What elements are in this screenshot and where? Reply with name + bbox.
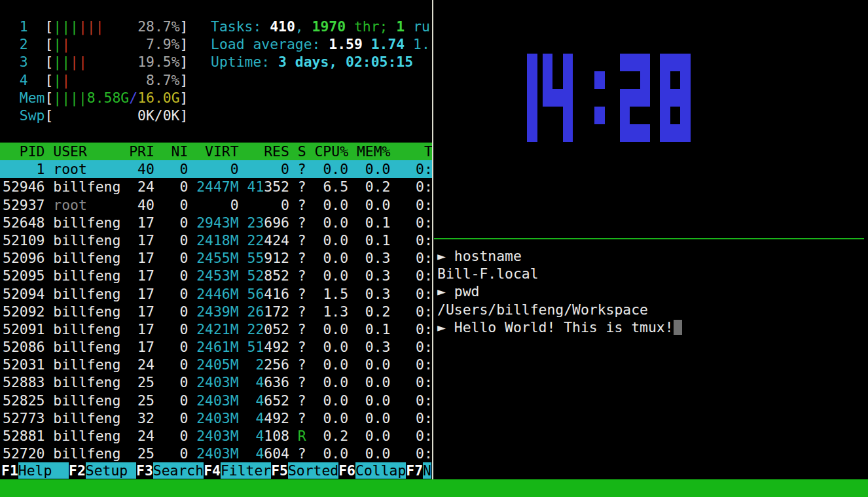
cell-cpu-mem-time: 0.0 0.1 0: [306, 232, 432, 248]
cell-cpu-mem-time: 0.2 0.0 0: [306, 428, 432, 444]
output-text: Bill-F.local [437, 266, 539, 282]
clock-cell [630, 124, 640, 142]
process-table-header[interactable]: PID USER PRI NI VIRT RES S CPU% MEM% T [0, 143, 432, 160]
process-row-52937[interactable]: 52937 root 40 0 0 0 ? 0.0 0.0 0: [0, 196, 432, 214]
cell-virt: 2943M [196, 214, 238, 231]
cell-pid: 52720 [3, 445, 53, 462]
cell-pid: 52773 [3, 410, 53, 426]
cell-virt: 2439M [196, 303, 238, 320]
cell-pid: 1 [3, 161, 53, 177]
process-row-52096[interactable]: 52096 billfeng 17 0 2455M 55912 ? 0.0 0.… [0, 249, 432, 267]
meter-bar: | [62, 72, 70, 88]
fkey-f4[interactable]: F4Filter [204, 462, 271, 479]
cell-virt: 2403M [196, 410, 238, 426]
cell-virt: 2446M [196, 286, 238, 302]
process-row-52881[interactable]: 52881 billfeng 24 0 2403M 4108 R 0.2 0.0… [0, 427, 432, 445]
meter-2: 2 [|| 7.9%] [3, 35, 188, 53]
cell-res-hi: 4 [255, 428, 264, 444]
cell-state: R [298, 428, 306, 444]
cell-res: 492 [264, 339, 298, 355]
process-row-52095[interactable]: 52095 billfeng 17 0 2453M 52852 ? 0.0 0.… [0, 267, 432, 284]
cell-state: ? [298, 339, 306, 355]
fkey-f2[interactable]: F2Setup [69, 462, 136, 479]
cell-state: ? [298, 267, 306, 284]
process-row-1[interactable]: 1 root 40 0 0 0 ? 0.0 0.0 0: [0, 160, 432, 178]
fkey-number: F6 [338, 462, 355, 479]
clock-cell [640, 89, 651, 107]
cell-pid: 52648 [3, 214, 53, 231]
cell-pri-ni: 17 0 [129, 339, 196, 355]
cell-pid: 52086 [3, 339, 53, 355]
shell-output-line: /Users/billfeng/Workspace [437, 301, 682, 318]
meter-bar: | [53, 18, 62, 35]
process-row-52086[interactable]: 52086 billfeng 17 0 2461M 51492 ? 0.0 0.… [0, 338, 432, 356]
shell-output: ► hostnameBill-F.local► pwd/Users/billfe… [437, 247, 682, 336]
cell-res-hi: 4 [255, 392, 264, 409]
meter-label: 4 [3, 72, 45, 88]
process-row-52092[interactable]: 52092 billfeng 17 0 2439M 26172 ? 1.3 0.… [0, 303, 432, 320]
clock-cell [594, 107, 605, 124]
cell-pid: 52825 [3, 392, 53, 409]
process-row-52109[interactable]: 52109 billfeng 17 0 2418M 22424 ? 0.0 0.… [0, 231, 432, 249]
process-row-52883[interactable]: 52883 billfeng 25 0 2403M 4636 ? 0.0 0.0… [0, 373, 432, 391]
clock-cell [563, 124, 573, 142]
cell-virt: 2418M [196, 232, 238, 248]
fkey-f7[interactable]: F7N [406, 462, 431, 479]
cell-virt: 2461M [196, 339, 238, 355]
cell-res-hi: 4 [255, 374, 264, 390]
prompt-icon: ► [437, 283, 454, 300]
cell-res: 0 [281, 161, 298, 177]
process-row-52720[interactable]: 52720 billfeng 25 0 2403M 4604 ? 0.0 0.0… [0, 445, 432, 462]
cell-cpu-mem-time: 0.0 0.0 0: [306, 161, 432, 177]
fkey-f6[interactable]: F6Collap [338, 462, 406, 479]
fkey-f5[interactable]: F5Sorted [271, 462, 338, 479]
meter-3: 3 [|||| 19.5%] [3, 53, 188, 71]
cell-virt: 2403M [196, 428, 238, 444]
fkey-f3[interactable]: F3Search [136, 462, 204, 479]
process-row-52825[interactable]: 52825 billfeng 25 0 2403M 4652 ? 0.0 0.0… [0, 392, 432, 409]
clock-cell [660, 107, 670, 124]
process-row-52091[interactable]: 52091 billfeng 17 0 2421M 22052 ? 0.0 0.… [0, 320, 432, 338]
cell-user: billfeng [53, 356, 129, 373]
fkey-number: F7 [406, 462, 423, 479]
process-row-52946[interactable]: 52946 billfeng 24 0 2447M 41352 ? 6.5 0.… [0, 178, 432, 196]
cell-pri-ni: 25 0 [129, 374, 196, 390]
cell-pri-ni: 17 0 [129, 321, 196, 337]
process-row-52773[interactable]: 52773 billfeng 32 0 2403M 4492 ? 0.0 0.0… [0, 409, 432, 427]
process-row-52648[interactable]: 52648 billfeng 17 0 2943M 23696 ? 0.0 0.… [0, 214, 432, 231]
cell-user: billfeng [53, 445, 129, 462]
meter-bar: | [62, 18, 70, 35]
cell-res: 912 [264, 250, 298, 266]
meter-bar: | [96, 18, 104, 35]
clock-cell [527, 54, 537, 71]
meter-bar: | [53, 72, 62, 88]
meter-1: 1 [|||||| 28.7%] [3, 18, 188, 35]
cell-state: ? [298, 445, 306, 462]
clock-cell [680, 124, 691, 142]
clock-pane [434, 0, 868, 238]
meter-bar: | [62, 54, 70, 70]
meter-bar: | [70, 90, 79, 106]
process-row-52031[interactable]: 52031 billfeng 24 0 2405M 2256 ? 0.0 0.0… [0, 356, 432, 373]
cell-pri-ni: 25 0 [129, 392, 196, 409]
fkey-f1[interactable]: F1Help [1, 462, 69, 479]
pane-border-vertical[interactable] [432, 0, 433, 479]
cell-res: 652 [264, 392, 298, 409]
cell-res: 852 [264, 267, 298, 284]
cell-user: billfeng [53, 392, 129, 409]
clock-cell [680, 89, 691, 107]
process-row-52094[interactable]: 52094 billfeng 17 0 2446M 56416 ? 1.5 0.… [0, 285, 432, 303]
cell-pid: 52937 [3, 197, 53, 213]
clock-cell [660, 89, 670, 107]
cell-pri-ni: 40 0 [129, 161, 196, 177]
cell-res-hi: 41 [247, 179, 264, 195]
clock-cell [660, 124, 670, 142]
fkey-number: F3 [136, 462, 153, 479]
cell-cpu-mem-time: 0.0 0.0 0: [306, 410, 432, 426]
meter-bar: | [79, 18, 87, 35]
cell-res-hi: 56 [247, 286, 264, 302]
terminal-cursor[interactable] [674, 320, 682, 335]
clock-cell [630, 89, 640, 107]
cell-res-hi: 26 [247, 303, 264, 320]
meter-value: 7.9% [146, 36, 180, 52]
